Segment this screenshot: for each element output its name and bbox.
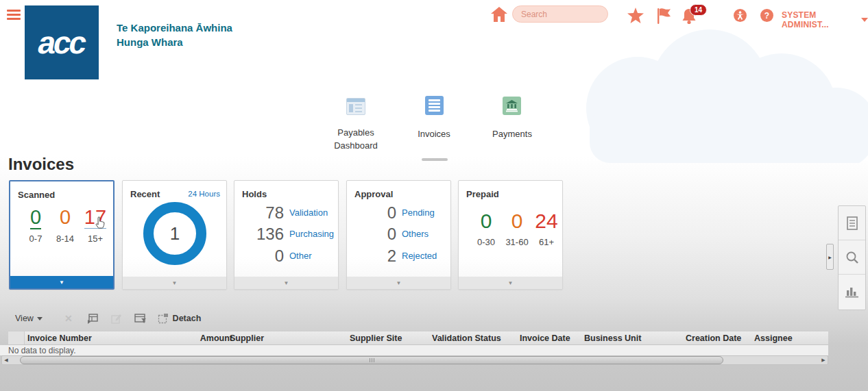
accessibility-icon[interactable]: [734, 9, 747, 22]
delete-icon: ✕: [64, 313, 73, 324]
card-recent[interactable]: Recent 24 Hours 1 ▼: [122, 180, 227, 290]
nav-item-invoices[interactable]: Invoices: [407, 128, 461, 141]
card-scanned[interactable]: Scanned 0 0-7 0 8-14 17 15+ ▼: [9, 180, 114, 290]
mouse-cursor: [93, 216, 107, 231]
horizontal-scrollbar[interactable]: ◀ ▶: [1, 355, 828, 365]
detach-icon[interactable]: [158, 313, 169, 324]
brand-name: Te Kaporeihana Āwhina Hunga Whara: [117, 21, 232, 49]
home-icon[interactable]: [491, 7, 507, 22]
nav-item-payables-dashboard[interactable]: Payables Dashboard: [315, 127, 397, 153]
scroll-left-arrow[interactable]: ◀: [2, 356, 10, 364]
notification-count-badge[interactable]: 14: [690, 4, 707, 16]
search-input[interactable]: [521, 10, 627, 19]
col-assignee[interactable]: Assignee: [754, 333, 793, 343]
page-title: Invoices: [8, 155, 74, 174]
active-nav-indicator: [422, 158, 448, 161]
cloud-watermark: [528, 26, 868, 163]
document-icon: [846, 216, 858, 230]
prepaid-metric-31-60[interactable]: 0 31-60: [501, 210, 533, 247]
card-holds-title: Holds: [242, 189, 267, 199]
card-scanned-title: Scanned: [18, 190, 55, 200]
document-view-button[interactable]: [839, 206, 865, 240]
detach-button[interactable]: Detach: [173, 314, 202, 323]
col-business-unit[interactable]: Business Unit: [584, 333, 641, 343]
prepaid-metric-0-30[interactable]: 0 0-30: [470, 210, 503, 247]
acc-logo-text: acc: [35, 24, 88, 61]
scanned-metric-0-7[interactable]: 0 0-7: [20, 207, 51, 244]
empty-table-message: No data to display.: [8, 346, 76, 355]
scanned-metric-8-14[interactable]: 0 8-14: [49, 207, 81, 244]
invoice-table-header: Invoice Number Amount Supplier Supplier …: [8, 331, 828, 345]
recent-period-link[interactable]: 24 Hours: [188, 190, 220, 198]
query-by-example-icon[interactable]: [134, 313, 147, 325]
card-recent-expander[interactable]: ▼: [123, 277, 226, 289]
approval-row-others[interactable]: 0Others: [347, 225, 450, 242]
scrollbar-grip: [370, 358, 374, 362]
invoices-icon[interactable]: [425, 96, 444, 115]
view-menu-label: View: [15, 314, 34, 323]
recent-donut-chart[interactable]: 1: [143, 202, 206, 265]
payables-dashboard-icon[interactable]: [346, 98, 365, 115]
row-header-gutter: [8, 331, 25, 344]
card-approval[interactable]: Approval 0Pending 0Others 2Rejected ▼: [346, 180, 451, 290]
chevron-down-icon: [37, 317, 43, 320]
edit-icon: [110, 313, 122, 325]
approval-row-pending[interactable]: 0Pending: [347, 203, 450, 221]
card-prepaid-expander[interactable]: ▼: [459, 277, 562, 289]
recent-donut-value: 1: [170, 223, 180, 244]
col-supplier-site[interactable]: Supplier Site: [350, 333, 402, 343]
scroll-right-arrow[interactable]: ▶: [819, 356, 828, 364]
watchlist-flag-icon[interactable]: [655, 7, 672, 24]
favorites-star-icon[interactable]: [627, 8, 644, 23]
card-recent-title: Recent: [130, 189, 160, 199]
nav-item-payments[interactable]: Payments: [485, 128, 540, 141]
empty-row-band: [0, 345, 828, 355]
view-menu-button[interactable]: View: [15, 314, 43, 323]
card-scanned-expander[interactable]: ▼: [10, 276, 113, 288]
approval-row-rejected[interactable]: 2Rejected: [347, 247, 450, 264]
card-approval-expander[interactable]: ▼: [347, 277, 450, 289]
reports-panel-button[interactable]: [839, 275, 865, 309]
user-menu[interactable]: SYSTEM ADMINIST...: [782, 10, 868, 29]
holds-row-other[interactable]: 0Other: [234, 247, 338, 264]
card-holds-expander[interactable]: ▼: [234, 277, 338, 289]
payments-icon[interactable]: [503, 97, 521, 115]
user-menu-label: SYSTEM ADMINIST...: [782, 10, 857, 29]
col-invoice-number[interactable]: Invoice Number: [27, 333, 92, 343]
chevron-down-icon: [861, 18, 868, 22]
col-supplier[interactable]: Supplier: [230, 333, 264, 343]
bar-chart-icon: [845, 286, 859, 298]
col-invoice-date[interactable]: Invoice Date: [520, 333, 570, 343]
col-creation-date[interactable]: Creation Date: [686, 333, 741, 343]
side-panel: [838, 205, 866, 310]
search-panel-button[interactable]: [839, 240, 865, 275]
search-bar[interactable]: [512, 5, 608, 23]
magnifier-icon: [845, 251, 859, 264]
create-invoice-icon[interactable]: [86, 313, 98, 325]
holds-row-purchasing[interactable]: 136Purchasing: [234, 225, 338, 242]
card-prepaid[interactable]: Prepaid 0 0-30 0 31-60 24 61+ ▼: [458, 180, 563, 290]
card-approval-title: Approval: [354, 189, 393, 199]
application-window: acc Te Kaporeihana Āwhina Hunga Whara 14…: [0, 0, 868, 391]
col-validation-status[interactable]: Validation Status: [432, 333, 501, 343]
scrollbar-thumb[interactable]: [20, 356, 723, 364]
prepaid-metric-61plus[interactable]: 24 61+: [530, 210, 563, 247]
holds-row-validation[interactable]: 78Validation: [234, 203, 338, 221]
table-toolbar: View ✕ Detach: [8, 310, 201, 327]
card-prepaid-title: Prepaid: [466, 189, 499, 199]
col-amount[interactable]: Amount: [180, 333, 232, 343]
hamburger-menu-icon[interactable]: [7, 10, 21, 22]
card-holds[interactable]: Holds 78Validation 136Purchasing 0Other …: [234, 180, 339, 290]
side-panel-collapse-handle[interactable]: ▶: [826, 244, 834, 270]
acc-logo[interactable]: acc: [25, 5, 99, 79]
help-icon[interactable]: ?: [760, 9, 773, 22]
